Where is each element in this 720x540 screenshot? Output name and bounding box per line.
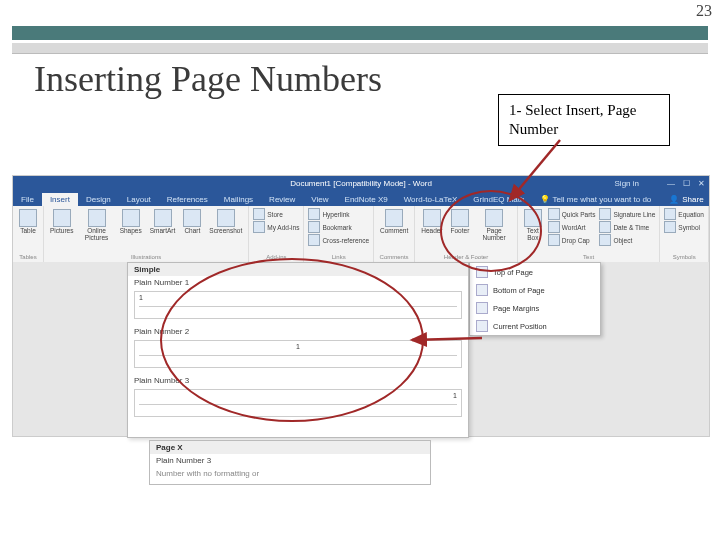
header-button[interactable]: Header [419, 208, 444, 236]
chart-icon [183, 209, 201, 227]
ribbon-group-symbols: Equation Symbol Symbols [660, 206, 709, 262]
sigline-button[interactable]: Signature Line [599, 208, 655, 220]
tab-grindeq[interactable]: GrindEQ Math [465, 193, 532, 206]
bookmark-icon [308, 221, 320, 233]
ribbon-group-tables: Table Tables [13, 206, 44, 262]
menu-current-position[interactable]: Current Position [470, 317, 600, 335]
tab-endnote[interactable]: EndNote X9 [337, 193, 396, 206]
gallery-section-pagex: Page X [150, 441, 430, 454]
word-titlebar: Document1 [Compatibility Mode] - Word Si… [13, 176, 709, 190]
quickparts-button[interactable]: Quick Parts [548, 208, 596, 220]
current-position-icon [476, 320, 488, 332]
comment-button[interactable]: Comment [378, 208, 410, 236]
tab-insert[interactable]: Insert [42, 193, 78, 206]
screenshot-icon [217, 209, 235, 227]
gallery-item-2-title: Plain Number 2 [128, 325, 468, 338]
datetime-icon [599, 221, 611, 233]
datetime-button[interactable]: Date & Time [599, 221, 655, 233]
decor-bar-gray [12, 43, 708, 54]
smartart-icon [154, 209, 172, 227]
online-pictures-icon [88, 209, 106, 227]
dropcap-icon [548, 234, 560, 246]
top-of-page-icon [476, 266, 488, 278]
menu-bottom-of-page[interactable]: Bottom of Page [470, 281, 600, 299]
menu-top-of-page[interactable]: Top of Page [470, 263, 600, 281]
slide-title: Inserting Page Numbers [34, 58, 382, 100]
tab-word2latex[interactable]: Word-to-LaTeX [396, 193, 466, 206]
tab-review[interactable]: Review [261, 193, 303, 206]
footer-icon [451, 209, 469, 227]
word-screenshot: Document1 [Compatibility Mode] - Word Si… [12, 175, 710, 437]
tab-file[interactable]: File [13, 193, 42, 206]
ribbon-group-illustrations: Pictures Online Pictures Shapes SmartArt… [44, 206, 249, 262]
crossref-icon [308, 234, 320, 246]
ribbon-group-links: Hyperlink Bookmark Cross-reference Links [304, 206, 374, 262]
ribbon-group-addins: Store My Add-ins Add-ins [249, 206, 304, 262]
gallery-item-3-title: Plain Number 3 [128, 374, 468, 387]
maximize-icon[interactable]: ☐ [683, 179, 690, 188]
symbol-button[interactable]: Symbol [664, 221, 704, 233]
menu-page-margins[interactable]: Page Margins [470, 299, 600, 317]
textbox-button[interactable]: Text Box [522, 208, 544, 242]
page-number-gallery: Simple Plain Number 1 1 Plain Number 2 1… [127, 262, 469, 438]
sigline-icon [599, 208, 611, 220]
page-margins-icon [476, 302, 488, 314]
table-button[interactable]: Table [17, 208, 39, 236]
chart-button[interactable]: Chart [181, 208, 203, 236]
store-icon [253, 208, 265, 220]
tab-layout[interactable]: Layout [119, 193, 159, 206]
gallery-sub-item-desc: Number with no formatting or [150, 467, 430, 480]
store-button[interactable]: Store [253, 208, 299, 220]
page-number-icon [485, 209, 503, 227]
ribbon: Table Tables Pictures Online Pictures Sh… [13, 206, 709, 263]
ribbon-group-comments: Comment Comments [374, 206, 415, 262]
screenshot-button[interactable]: Screenshot [207, 208, 244, 236]
table-icon [19, 209, 37, 227]
equation-button[interactable]: Equation [664, 208, 704, 220]
page-number-button[interactable]: Page Number [475, 208, 512, 242]
close-icon[interactable]: ✕ [698, 179, 705, 188]
slide-page-number: 23 [696, 2, 712, 20]
gallery-item-1[interactable]: 1 [134, 291, 462, 319]
crossref-button[interactable]: Cross-reference [308, 234, 369, 246]
page-number-gallery-continued: Page X Plain Number 3 Number with no for… [149, 440, 431, 485]
ribbon-group-text: Text Box Quick Parts WordArt Drop Cap Si… [518, 206, 661, 262]
gallery-section-simple: Simple [128, 263, 468, 276]
symbol-icon [664, 221, 676, 233]
myaddins-button[interactable]: My Add-ins [253, 221, 299, 233]
bookmark-button[interactable]: Bookmark [308, 221, 369, 233]
dropcap-button[interactable]: Drop Cap [548, 234, 596, 246]
pictures-icon [53, 209, 71, 227]
tab-mailings[interactable]: Mailings [216, 193, 261, 206]
shapes-button[interactable]: Shapes [118, 208, 144, 236]
signin-link[interactable]: Sign in [615, 179, 639, 188]
gallery-item-3[interactable]: 1 [134, 389, 462, 417]
minimize-icon[interactable]: — [667, 179, 675, 188]
slide: 23 Inserting Page Numbers 1- Select Inse… [0, 0, 720, 540]
word-document-area: Top of Page Bottom of Page Page Margins … [13, 262, 709, 436]
shapes-icon [122, 209, 140, 227]
wordart-icon [548, 221, 560, 233]
smartart-button[interactable]: SmartArt [148, 208, 178, 236]
hyperlink-button[interactable]: Hyperlink [308, 208, 369, 220]
object-icon [599, 234, 611, 246]
pictures-button[interactable]: Pictures [48, 208, 75, 236]
decor-bar-teal [12, 26, 708, 40]
gallery-item-1-title: Plain Number 1 [128, 276, 468, 289]
tab-design[interactable]: Design [78, 193, 119, 206]
tab-view[interactable]: View [303, 193, 336, 206]
online-pictures-button[interactable]: Online Pictures [79, 208, 113, 242]
footer-button[interactable]: Footer [449, 208, 472, 236]
equation-icon [664, 208, 676, 220]
tab-references[interactable]: References [159, 193, 216, 206]
share-button[interactable]: 👤 Share [659, 193, 713, 206]
gallery-item-2[interactable]: 1 [134, 340, 462, 368]
object-button[interactable]: Object [599, 234, 655, 246]
bottom-of-page-icon [476, 284, 488, 296]
ribbon-tabs: File Insert Design Layout References Mai… [13, 190, 709, 206]
word-title: Document1 [Compatibility Mode] - Word [290, 179, 432, 188]
quickparts-icon [548, 208, 560, 220]
wordart-button[interactable]: WordArt [548, 221, 596, 233]
tell-me[interactable]: 💡 Tell me what you want to do [532, 193, 659, 206]
textbox-icon [524, 209, 542, 227]
